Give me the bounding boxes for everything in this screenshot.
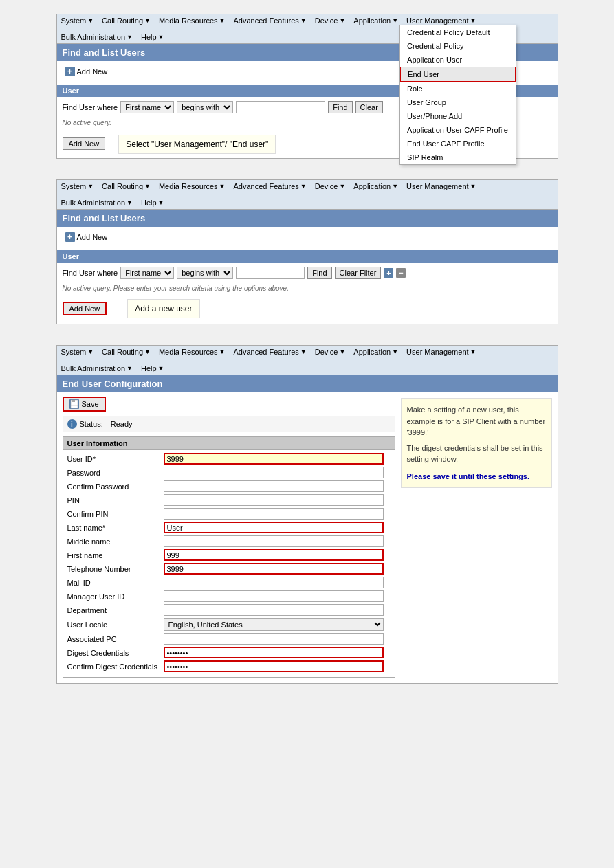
nav3-application[interactable]: Application ▼: [353, 348, 398, 356]
nav-bulk-admin[interactable]: Bulk Administration ▼: [61, 33, 133, 41]
dropdown-role[interactable]: Role: [400, 82, 516, 96]
find-button-2[interactable]: Find: [307, 267, 331, 279]
dropdown-user-phone-add[interactable]: User/Phone Add: [400, 109, 516, 123]
nav-call-routing[interactable]: Call Routing ▼: [102, 16, 151, 25]
nav2-media-resources[interactable]: Media Resources ▼: [159, 182, 226, 190]
find-field-select-2[interactable]: First name: [120, 267, 174, 279]
confirm-digest-input[interactable]: [164, 660, 384, 672]
nav-media-resources[interactable]: Media Resources ▼: [159, 16, 226, 25]
dropdown-end-user[interactable]: End User: [400, 67, 516, 82]
dropdown-app-user[interactable]: Application User: [400, 53, 516, 67]
add-new-inline-btn-1[interactable]: Add New: [63, 137, 106, 150]
form-row-user-id: User ID*: [67, 453, 391, 465]
nav3-user-management[interactable]: User Management ▼: [406, 348, 476, 356]
filter-remove-icon[interactable]: −: [396, 268, 406, 278]
dropdown-cred-policy[interactable]: Credential Policy: [400, 39, 516, 53]
clear-filter-button[interactable]: Clear Filter: [335, 267, 382, 279]
confirm-password-input[interactable]: [164, 480, 384, 492]
nav3-system[interactable]: System ▼: [61, 348, 94, 356]
label-confirm-digest: Confirm Digest Credentials: [67, 663, 164, 671]
last-name-input[interactable]: [164, 522, 384, 533]
form-row-password: Password: [67, 467, 391, 478]
confirm-pin-input[interactable]: [164, 508, 384, 520]
nav3-help[interactable]: Help ▼: [141, 364, 164, 372]
form-row-confirm-pin: Confirm PIN: [67, 508, 391, 520]
form-row-last-name: Last name*: [67, 522, 391, 533]
associated-pc-input[interactable]: [164, 633, 384, 645]
digest-cred-input[interactable]: [164, 647, 384, 658]
input-associated-pc: [164, 633, 384, 645]
nav3-call-routing[interactable]: Call Routing ▼: [102, 348, 151, 356]
bulk-admin-arrow: ▼: [127, 34, 133, 41]
add-user-callout: Add a new user: [127, 299, 199, 318]
panel3-callout: Make a setting of a new user, this examp…: [401, 398, 552, 488]
nav3-device[interactable]: Device ▼: [315, 348, 346, 356]
nav3-bulk-admin[interactable]: Bulk Administration ▼: [61, 364, 133, 372]
user-locale-select[interactable]: English, United States: [164, 618, 384, 631]
nav2-system[interactable]: System ▼: [61, 182, 94, 190]
label-manager-user-id: Manager User ID: [67, 592, 164, 601]
nav3-advanced-features[interactable]: Advanced Features ▼: [233, 348, 306, 356]
dropdown-sip-realm[interactable]: SIP Realm: [400, 151, 516, 164]
nav3-system-arrow: ▼: [87, 348, 94, 355]
telephone-input[interactable]: [164, 563, 384, 575]
panel2-content: + Add New: [57, 227, 558, 247]
find-text-input-1[interactable]: [236, 101, 325, 113]
nav-user-management[interactable]: User Management ▼ Credential Policy Defa…: [406, 16, 476, 25]
filter-add-icon[interactable]: +: [384, 268, 393, 278]
user-id-input[interactable]: [164, 453, 384, 465]
department-input[interactable]: [164, 604, 384, 616]
callout-title: Make a setting of a new user, this examp…: [407, 404, 546, 438]
add-new-inline-btn-2[interactable]: Add New: [63, 302, 107, 315]
nav2-user-mgmt-arrow: ▼: [470, 183, 476, 190]
nav2-help-arrow: ▼: [158, 199, 164, 206]
nav2-help[interactable]: Help ▼: [141, 199, 164, 207]
first-name-input[interactable]: [164, 549, 384, 561]
add-new-button-2[interactable]: + Add New: [63, 231, 111, 243]
dropdown-app-capf[interactable]: Application User CAPF Profile: [400, 123, 516, 137]
find-text-input-2[interactable]: [236, 267, 305, 279]
dropdown-user-group[interactable]: User Group: [400, 96, 516, 109]
nav-bar-2: System ▼ Call Routing ▼ Media Resources …: [57, 180, 558, 210]
callout-1: Select "User Management"/ "End user": [118, 135, 276, 154]
nav3-application-arrow: ▼: [392, 348, 398, 355]
nav2-advanced-features[interactable]: Advanced Features ▼: [233, 182, 306, 190]
nav-application[interactable]: Application ▼: [353, 16, 398, 25]
nav-system[interactable]: System ▼: [61, 16, 94, 25]
nav-help[interactable]: Help ▼: [141, 33, 164, 41]
plus-icon-1: +: [65, 67, 75, 76]
input-pin: [164, 494, 384, 506]
label-user-id: User ID*: [67, 455, 164, 463]
add-new-button-1[interactable]: + Add New: [63, 65, 111, 78]
nav2-call-routing[interactable]: Call Routing ▼: [102, 182, 151, 190]
user-info-section: User Information User ID* Password: [63, 436, 395, 678]
password-input[interactable]: [164, 467, 384, 478]
clear-button-1[interactable]: Clear: [355, 101, 383, 113]
label-last-name: Last name*: [67, 524, 164, 532]
add-new-row-2: Add New Add a new user: [57, 296, 558, 324]
nav3-advanced-features-arrow: ▼: [300, 348, 307, 355]
manager-user-id-input[interactable]: [164, 590, 384, 602]
middle-name-input[interactable]: [164, 535, 384, 547]
nav2-user-management[interactable]: User Management ▼: [406, 182, 476, 190]
nav3-media-resources[interactable]: Media Resources ▼: [159, 348, 226, 356]
dropdown-cred-policy-default[interactable]: Credential Policy Default: [400, 25, 516, 39]
callout-body: The digest credentials shall be set in t…: [407, 443, 546, 465]
nav2-application[interactable]: Application ▼: [353, 182, 398, 190]
nav2-device[interactable]: Device ▼: [315, 182, 346, 190]
find-field-select-1[interactable]: First name: [120, 101, 174, 113]
status-section: i Status: Ready: [63, 416, 395, 432]
nav2-bulk-admin[interactable]: Bulk Administration ▼: [61, 199, 133, 207]
nav-advanced-features[interactable]: Advanced Features ▼: [233, 16, 306, 25]
form-row-telephone: Telephone Number: [67, 563, 391, 575]
find-condition-select-1[interactable]: begins with: [177, 101, 233, 113]
save-btn-row: Save: [57, 392, 401, 416]
find-condition-select-2[interactable]: begins with: [177, 267, 233, 279]
save-button[interactable]: Save: [63, 397, 106, 412]
find-button-1[interactable]: Find: [328, 101, 352, 113]
mail-id-input[interactable]: [164, 577, 384, 588]
nav-device[interactable]: Device ▼: [315, 16, 346, 25]
dropdown-end-capf[interactable]: End User CAPF Profile: [400, 137, 516, 151]
pin-input[interactable]: [164, 494, 384, 506]
input-middle-name: [164, 535, 384, 547]
